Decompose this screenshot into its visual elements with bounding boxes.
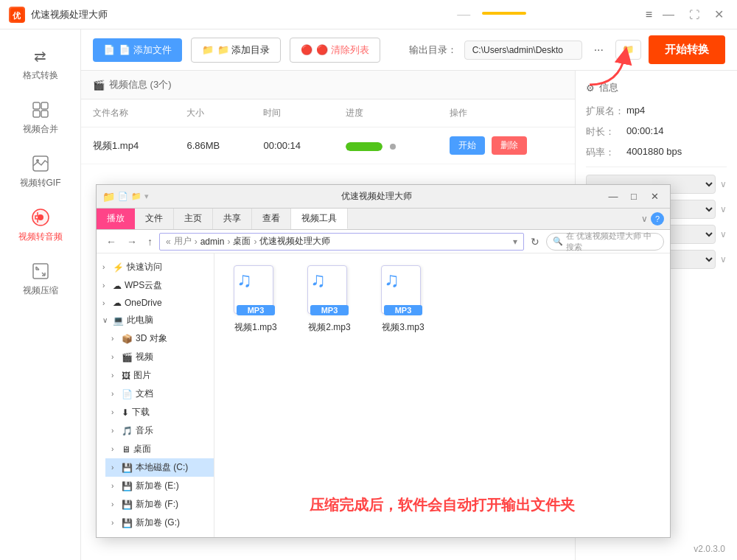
app-logo: 优 [9,7,25,23]
arrow-icon-pics: › [111,371,119,379]
tree-wps[interactable]: › ☁ WPS云盘 [97,276,214,295]
tree-docs[interactable]: › 📄 文档 [105,385,214,403]
row-start-button[interactable]: 开始 [450,136,485,155]
table-row: 视频1.mp4 6.86MB 00:00:14 [81,127,575,164]
tree-drive-g[interactable]: › 💾 新加卷 (G:) [105,514,214,532]
back-button[interactable]: ← [102,234,120,249]
arrow-icon-pc: ∨ [102,316,110,324]
start-convert-button[interactable]: 开始转换 [649,35,725,64]
file-item-3[interactable]: ♫ MP3 视频3.mp3 [374,265,433,334]
tree-pictures[interactable]: › 🖼 图片 [105,366,214,385]
maximize-button[interactable]: ⛶ [685,9,704,21]
tree-3d[interactable]: › 📦 3D 对象 [105,329,214,348]
drive-g-label: 新加卷 (G:) [136,517,180,529]
file-item-1[interactable]: ♫ MP3 视频1.mp3 [226,265,285,334]
version-label: v2.0.3.0 [694,544,725,554]
sidebar-item-gif[interactable]: 视频转GIF [0,144,80,198]
ribbon-tab-share[interactable]: 共享 [213,209,252,229]
title-bar: 优 优速视频处理大师 — ≡ — ⛶ ✕ [0,0,737,29]
sidebar-item-compress[interactable]: 视频压缩 [0,252,80,306]
drive-f-label: 新加卷 (F:) [136,498,178,511]
explorer-down-icon: ▾ [144,192,149,201]
add-file-label: 📄 添加文件 [119,43,172,57]
sidebar-label-format: 格式转换 [23,69,58,82]
table-header-row: 文件名称 大小 时间 进度 操作 [81,99,575,127]
clear-icon: 🔴 [301,44,312,55]
tree-music[interactable]: › 🎵 音乐 [105,421,214,440]
refresh-button[interactable]: ↻ [527,234,543,249]
arrow-icon-docs: › [111,390,119,398]
forward-button[interactable]: → [123,234,141,249]
ribbon-tab-video-tools[interactable]: 视频工具 [291,209,348,229]
drive-e-icon: 💾 [122,481,133,491]
arrow-icon-onedrive: › [102,299,110,307]
search-placeholder: 在 优速视频处理大师 中搜索 [566,231,657,253]
explorer-folder-icon: 📁 [102,191,115,203]
add-dir-button[interactable]: 📁 📁 添加目录 [191,38,282,63]
explorer-close-button[interactable]: ✕ [645,187,664,206]
add-dir-icon: 📁 [202,44,214,55]
ribbon-tab-file[interactable]: 文件 [135,209,174,229]
hamburger-icon[interactable]: ≡ [646,8,652,21]
path-sep-1: › [195,237,198,247]
arrow-icon-dl: › [111,408,119,416]
arrow-icon-e: › [111,482,119,490]
gear-icon: ⚙ [586,83,595,94]
svg-rect-5 [41,111,48,117]
sidebar-item-audio[interactable]: 视频转音频 [0,198,80,252]
tree-desktop[interactable]: › 🖥 桌面 [105,440,214,458]
ribbon-help-icon[interactable]: ? [651,212,664,225]
tree-local-c[interactable]: › 💾 本地磁盘 (C:) [105,458,214,477]
sidebar-item-format[interactable]: ⇄ 格式转换 [0,37,80,91]
duration-value: 00:00:14 [626,125,664,139]
mp3-badge-3: MP3 [384,305,422,315]
sidebar: ⇄ 格式转换 视频合并 视频转GIF 视频转音频 [0,29,81,560]
explorer-window: 📁 📄 📁 ▾ 优速视频处理大师 — □ ✕ 播放 文件 主页 共享 查看 视频… [96,184,671,538]
row-delete-button[interactable]: 删除 [492,136,527,155]
explorer-minimize-button[interactable]: — [604,187,623,206]
path-sep-2: › [227,237,230,247]
arrow-icon-video: › [111,353,119,361]
file-list-header: 🎬 视频信息 (3个) [81,71,575,99]
explorer-maximize-button[interactable]: □ [624,187,643,206]
path-dropdown-icon[interactable]: ▾ [513,237,517,247]
file-list-title: 视频信息 (3个) [109,78,172,91]
col-action: 操作 [438,99,575,127]
file-name-cell: 视频1.mp4 [81,127,175,164]
sidebar-label-compress: 视频压缩 [23,284,58,297]
duration-key: 时长： [586,125,626,139]
tree-onedrive[interactable]: › ☁ OneDrive [97,295,214,311]
clear-button[interactable]: 🔴 🔴 清除列表 [290,38,380,63]
tree-video[interactable]: › 🎬 视频 [105,348,214,366]
dots-button[interactable]: ··· [590,42,608,58]
app-window: 优 优速视频处理大师 — ≡ — ⛶ ✕ ⇄ 格式转换 视频合并 [0,0,737,560]
tree-downloads[interactable]: › ⬇ 下载 [105,403,214,421]
ribbon-tab-view[interactable]: 查看 [252,209,291,229]
arrow-icon-desktop: › [111,445,119,453]
tree-thispc[interactable]: ∨ 💻 此电脑 [97,311,214,329]
ribbon-tab-home[interactable]: 主页 [174,209,213,229]
info-extension-row: 扩展名： mp4 [586,105,727,118]
explorer-tree: › ⚡ 快速访问 › ☁ WPS云盘 › ☁ OneDrive ∨ 💻 [97,253,214,537]
extension-key: 扩展名： [586,105,626,118]
file-duration-cell: 00:00:14 [251,127,334,164]
close-button[interactable]: ✕ [710,7,728,21]
up-button[interactable]: ↑ [144,234,156,249]
folder-button[interactable]: 📁 [615,40,641,60]
svg-rect-3 [41,102,48,109]
tree-drive-f[interactable]: › 💾 新加卷 (F:) [105,495,214,514]
audio-icon [30,207,51,228]
col-size: 大小 [175,99,251,127]
pictures-icon: 🖼 [122,371,130,381]
tree-quick-access[interactable]: › ⚡ 快速访问 [97,258,214,276]
wps-label: WPS云盘 [125,279,162,292]
minimize-button[interactable]: — [658,8,679,21]
sidebar-item-merge[interactable]: 视频合并 [0,91,80,144]
video-folder-icon: 🎬 [122,352,133,363]
add-file-button[interactable]: 📄 📄 添加文件 [93,38,182,62]
ribbon-tabs: 播放 文件 主页 共享 查看 视频工具 ∨ ? [97,209,670,229]
file-icon-2: ♫ MP3 [307,265,352,318]
ribbon-tab-play[interactable]: 播放 [97,209,135,229]
tree-drive-e[interactable]: › 💾 新加卷 (E:) [105,477,214,495]
file-item-2[interactable]: ♫ MP3 视频2.mp3 [300,265,359,334]
